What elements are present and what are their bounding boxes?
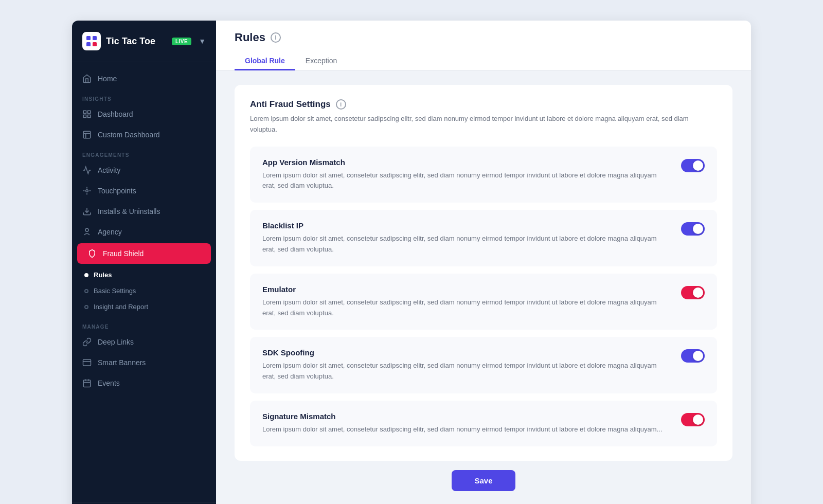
sidebar-item-events[interactable]: Events [72,373,216,393]
live-badge: LIVE [172,38,191,45]
save-button[interactable]: Save [452,470,515,491]
sidebar-item-custom-dashboard[interactable]: Custom Dashboard [72,124,216,145]
svg-rect-8 [83,131,91,138]
rule-item: SDK Spoofing Lorem ipsum dolor sit amet,… [250,337,717,393]
rule-item: Emulator Lorem ipsum dolor sit amet, con… [250,274,717,330]
sidebar-item-home-label: Home [98,75,117,83]
section-title-row: Anti Fraud Settings i [250,99,717,110]
sidebar-item-activity[interactable]: Activity [72,160,216,181]
sidebar-subitem-insight-report-label: Insight and Report [94,303,148,311]
sidebar-item-smart-banners-label: Smart Banners [98,358,146,367]
rule-name-4: Signature Mismatch [262,412,671,421]
toggle-knob-1 [693,224,703,234]
toggle-knob-4 [693,415,703,425]
app-logo [82,32,101,50]
rule-item: App Version Mismatch Lorem ipsum dolor s… [250,147,717,203]
rule-text-0: App Version Mismatch Lorem ipsum dolor s… [262,158,671,192]
rule-item: Signature Mismatch Lorem ipsum dolor sit… [250,401,717,446]
rule-toggle-4[interactable] [681,413,705,426]
svg-rect-16 [83,380,91,387]
sidebar-item-fraud-shield-label: Fraud Shield [103,249,144,258]
sub-nav-dot [84,289,88,293]
rule-text-4: Signature Mismatch Lorem ipsum dolor sit… [262,412,671,435]
main-content: Rules i Global Rule Exception Anti Fraud… [216,21,751,504]
sidebar-item-smart-banners[interactable]: Smart Banners [72,352,216,373]
sidebar: Tic Tac Toe LIVE ▼ Home INSIGHTS Dashboa… [72,21,216,504]
sidebar-item-deep-links-label: Deep Links [98,338,134,346]
sidebar-subitem-rules-label: Rules [94,271,112,279]
svg-rect-4 [83,111,86,113]
sidebar-item-dashboard[interactable]: Dashboard [72,104,216,124]
rule-desc-0: Lorem ipsum dolor sit amet, consetetur s… [262,170,671,192]
fraud-shield-subnav: Rules Basic Settings Insight and Report [72,265,216,317]
rule-toggle-1[interactable] [681,222,705,236]
svg-rect-6 [88,115,91,118]
svg-rect-2 [86,42,91,46]
svg-rect-1 [93,36,97,40]
sidebar-item-touchpoints-label: Touchpoints [98,187,136,195]
toggle-switch-3[interactable] [681,349,705,363]
sidebar-item-deep-links[interactable]: Deep Links [72,332,216,352]
sidebar-header: Tic Tac Toe LIVE ▼ [72,21,216,62]
sub-nav-dot [84,305,88,309]
sidebar-item-home[interactable]: Home [72,68,216,89]
section-engagements-label: ENGAGEMENTS [72,145,216,160]
rule-toggle-0[interactable] [681,159,705,172]
rule-item: Blacklist IP Lorem ipsum dolor sit amet,… [250,210,717,266]
page-title: Rules [235,31,265,44]
rule-toggle-3[interactable] [681,349,705,363]
toggle-knob-0 [693,160,703,171]
rule-text-1: Blacklist IP Lorem ipsum dolor sit amet,… [262,221,671,255]
rule-text-2: Emulator Lorem ipsum dolor sit amet, con… [262,285,671,319]
svg-rect-5 [88,111,91,113]
sidebar-item-installs[interactable]: Installs & Uninstalls [72,201,216,222]
svg-rect-0 [86,36,91,40]
rule-toggle-2[interactable] [681,286,705,299]
toggle-switch-2[interactable] [681,286,705,299]
rule-desc-4: Lorem ipsum dolor sit amet, consetetur s… [262,424,671,435]
sidebar-item-activity-label: Activity [98,166,120,174]
content-area: Anti Fraud Settings i Lorem ipsum dolor … [216,70,751,504]
rule-name-1: Blacklist IP [262,221,671,230]
sidebar-item-touchpoints[interactable]: Touchpoints [72,181,216,201]
tabs-row: Global Rule Exception [235,52,732,70]
sidebar-item-custom-dashboard-label: Custom Dashboard [98,131,160,139]
sidebar-item-fraud-shield[interactable]: Fraud Shield [77,243,211,264]
sidebar-item-events-label: Events [98,379,120,387]
section-insights-label: INSIGHTS [72,89,216,104]
app-name: Tic Tac Toe [106,36,167,47]
toggle-switch-0[interactable] [681,159,705,172]
sidebar-subitem-basic-settings-label: Basic Settings [94,287,136,295]
section-manage-label: MANAGE [72,317,216,332]
svg-point-11 [86,190,88,192]
sidebar-nav: Home INSIGHTS Dashboard Custom Dashboard… [72,62,216,502]
rule-name-3: SDK Spoofing [262,348,671,357]
section-description: Lorem ipsum dolor sit amet, consetetur s… [250,114,717,135]
chevron-down-icon[interactable]: ▼ [199,37,206,45]
toggle-knob-2 [693,287,703,298]
toggle-switch-1[interactable] [681,222,705,236]
toggle-switch-4[interactable] [681,413,705,426]
page-info-icon[interactable]: i [271,32,281,43]
sidebar-subitem-insight-report[interactable]: Insight and Report [72,299,216,315]
sidebar-item-dashboard-label: Dashboard [98,110,133,118]
rule-text-3: SDK Spoofing Lorem ipsum dolor sit amet,… [262,348,671,382]
page-title-row: Rules i [235,31,732,44]
sub-nav-dot [84,273,88,277]
save-row: Save [235,461,732,496]
tab-global-rule[interactable]: Global Rule [235,52,295,70]
rule-desc-2: Lorem ipsum dolor sit amet, consetetur s… [262,297,671,319]
sidebar-item-agency-label: Agency [98,228,122,236]
rule-desc-1: Lorem ipsum dolor sit amet, consetetur s… [262,233,671,255]
main-header: Rules i Global Rule Exception [216,21,751,70]
sidebar-bottom-bar: ⋯ [72,502,216,504]
section-title: Anti Fraud Settings [250,99,331,110]
sidebar-item-agency[interactable]: Agency [72,222,216,242]
rule-name-0: App Version Mismatch [262,158,671,167]
svg-point-13 [85,228,88,231]
sidebar-subitem-basic-settings[interactable]: Basic Settings [72,283,216,299]
section-info-icon[interactable]: i [336,99,346,110]
toggle-knob-3 [693,351,703,361]
tab-exception[interactable]: Exception [295,52,347,70]
sidebar-subitem-rules[interactable]: Rules [72,267,216,283]
